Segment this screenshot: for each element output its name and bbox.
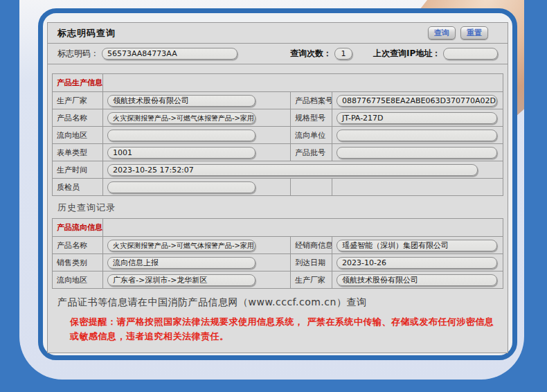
production-section-title: 产品生产信息 [57,78,102,88]
query-bar: 标志明码： 56573AA84773AA 查询次数： 1 上次查询IP地址： [48,44,508,64]
field-label: 生产时间 [57,165,87,175]
field-label: 产品名称 [57,113,87,123]
field-label: 产品批号 [295,148,325,158]
flow-section-title: 产品流向信息 [57,222,102,233]
flow-manufacturer-input[interactable]: 领航技术股份有限公司 [337,274,497,286]
production-time-input[interactable]: 2023-10-25 17:52:07 [107,164,478,176]
security-warning: 保密提醒：请严格按照国家法律法规要求使用信息系统， 严禁在系统中传输、存储或发布… [48,310,508,344]
table-row: 销售类别 流向信息上报 到达日期 2023-10-26 [53,253,503,271]
model-input[interactable]: JT-PA-217D [337,112,497,124]
product-name-input[interactable]: 火灾探测报警产品->可燃气体报警产品->家用可燃气体探测 [107,112,255,124]
toolbar: 查询 重置 [428,26,488,39]
ip-input[interactable] [443,48,498,60]
field-label: 表单类型 [57,148,87,158]
batch-no-input[interactable] [337,147,497,159]
field-label: 流向单位 [295,130,325,141]
table-row: 产品名称 火灾探测报警产品->可燃气体报警产品->家用可燃气体探测 经销商信息 … [53,236,503,253]
table-row: 产品名称 火灾探测报警产品->可燃气体报警产品->家用可燃气体探测 规格型号 J… [53,109,503,126]
history-query-label: 历史查询记录 [48,196,508,218]
count-input[interactable]: 1 [334,48,352,60]
arrival-date-input[interactable]: 2023-10-26 [337,257,497,269]
dealer-info-input[interactable]: 瑶盛智能（深圳）集团有限公司 [337,240,497,251]
table-row: 质检员 [53,178,503,195]
field-label: 生产厂家 [57,96,87,106]
section-header-row: 产品流向信息 [53,219,503,236]
table-row: 表单类型 1001 产品批号 [53,143,503,161]
field-label: 产品名称 [57,240,87,251]
ip-label: 上次查询IP地址： [373,48,440,60]
certificate-info-note: 产品证书等信息请在中国消防产品信息网（www.cccf.com.cn）查询 [48,289,508,310]
field-label: 产品档案号 [295,96,332,106]
section-header-row: 产品生产信息 [53,74,503,91]
flow-unit-input[interactable] [337,130,497,141]
field-label: 生产厂家 [295,275,325,285]
code-input[interactable]: 56573AA84773AA [102,48,237,60]
flow-region-input[interactable]: 广东省->深圳市->龙华新区 [107,274,255,286]
table-row: 流向地区 流向单位 [53,126,503,143]
title-bar: 标志明码查询 查询 重置 [48,23,508,44]
query-button[interactable]: 查询 [428,26,456,39]
field-label: 流向地区 [57,130,87,141]
field-label: 销售类别 [57,258,87,268]
manufacturer-input[interactable]: 领航技术股份有限公司 [107,95,255,107]
field-label: 到达日期 [295,258,325,268]
field-label: 质检员 [57,182,80,193]
table-row: 生产时间 2023-10-25 17:52:07 [53,161,503,178]
sales-type-input[interactable]: 流向信息上报 [107,257,255,269]
archive-no-input[interactable]: 088776775E8EA2ABE063D370770A02D5 [337,95,497,107]
table-row: 生产厂家 领航技术股份有限公司 产品档案号 088776775E8EA2ABE0… [53,91,503,109]
flow-area-input[interactable] [107,130,255,141]
reset-button[interactable]: 重置 [460,26,488,39]
main-panel: 标志明码查询 查询 重置 标志明码： 56573AA84773AA 查询次数： … [47,22,508,353]
query-card: 标志明码查询 查询 重置 标志明码： 56573AA84773AA 查询次数： … [38,8,517,360]
inspector-input[interactable] [107,181,255,193]
field-label: 流向地区 [57,275,87,285]
page-title: 标志明码查询 [57,27,116,39]
flow-info-table: 产品流向信息 产品名称 火灾探测报警产品->可燃气体报警产品->家用可燃气体探测… [52,218,503,289]
production-info-table: 产品生产信息 生产厂家 领航技术股份有限公司 产品档案号 088776775E8… [52,73,503,196]
table-row: 流向地区 广东省->深圳市->龙华新区 生产厂家 领航技术股份有限公司 [53,271,503,288]
flow-product-name-input[interactable]: 火灾探测报警产品->可燃气体报警产品->家用可燃气体探测 [107,240,255,251]
form-type-input[interactable]: 1001 [107,147,255,159]
field-label: 规格型号 [295,113,325,123]
code-label: 标志明码： [57,48,99,60]
field-label: 经销商信息 [295,240,332,251]
count-label: 查询次数： [290,48,332,60]
